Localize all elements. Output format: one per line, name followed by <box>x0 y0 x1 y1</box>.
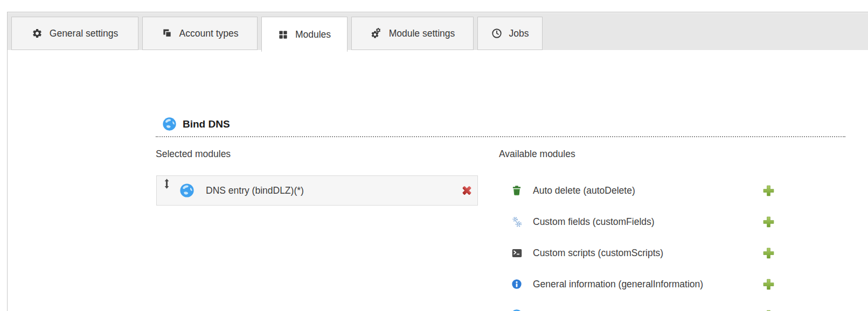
available-module-label: Custom scripts (customScripts) <box>533 248 663 259</box>
available-module-row: Custom scripts (customScripts) <box>499 237 775 268</box>
terminal-icon <box>510 248 524 259</box>
add-module-button[interactable] <box>762 185 775 197</box>
tab-general-settings[interactable]: General settings <box>11 17 138 50</box>
tab-jobs[interactable]: Jobs <box>477 17 543 50</box>
available-modules-heading: Available modules <box>499 149 575 160</box>
tab-label: Modules <box>295 29 331 40</box>
clock-icon <box>491 28 502 39</box>
add-module-button[interactable] <box>762 247 775 259</box>
green-plus-icon <box>762 309 775 311</box>
tab-module-settings[interactable]: Module settings <box>351 17 474 50</box>
double-gear-icon <box>370 27 382 39</box>
green-plus-icon <box>762 185 775 197</box>
available-modules-list: Auto delete (autoDelete) <box>499 175 775 311</box>
add-module-button[interactable] <box>762 216 775 228</box>
green-plus-icon <box>762 278 775 291</box>
sort-handle-icon[interactable] <box>164 179 170 189</box>
tab-modules[interactable]: Modules <box>261 17 348 52</box>
selected-module-row: DNS entry (bindDLZ)(*) <box>156 175 478 206</box>
module-group-header: Bind DNS <box>156 117 845 137</box>
tab-account-types[interactable]: Account types <box>142 17 258 50</box>
trash-icon <box>510 185 524 196</box>
available-module-label: General information (generalInformation) <box>533 279 703 290</box>
tab-label: Jobs <box>509 28 529 39</box>
tab-label: General settings <box>50 28 118 39</box>
available-module-row: General information (generalInformation) <box>499 268 775 300</box>
remove-module-button[interactable] <box>461 185 473 196</box>
layers-icon <box>162 28 172 39</box>
globe-icon <box>179 183 195 198</box>
selected-module-label: DNS entry (bindDLZ)(*) <box>206 185 304 196</box>
tab-label: Account types <box>179 28 239 39</box>
available-module-row: Auto delete (autoDelete) <box>499 175 775 206</box>
red-x-icon <box>461 185 473 196</box>
tab-bar: General settings Account types Modules <box>8 13 868 50</box>
available-module-row: XFR (bindDLZXfr)(*) <box>499 300 775 311</box>
tab-label: Module settings <box>389 28 455 39</box>
config-frame: General settings Account types Modules <box>7 12 868 311</box>
section-title: Bind DNS <box>183 118 230 130</box>
available-module-row: Custom fields (customFields) <box>499 206 775 237</box>
add-module-button[interactable] <box>762 309 775 311</box>
green-plus-icon <box>762 216 775 228</box>
gears-blue-icon <box>510 216 524 228</box>
selected-modules-heading: Selected modules <box>156 149 231 160</box>
grid-icon <box>278 30 288 40</box>
green-plus-icon <box>762 247 775 259</box>
modules-panel: Bind DNS Selected modules Available modu… <box>8 50 868 311</box>
gear-icon <box>32 28 43 39</box>
globe-icon <box>510 309 524 311</box>
available-module-label: Custom fields (customFields) <box>533 216 655 228</box>
globe-icon <box>162 117 177 131</box>
info-icon <box>510 279 524 289</box>
add-module-button[interactable] <box>762 278 775 291</box>
available-module-label: Auto delete (autoDelete) <box>533 185 635 196</box>
